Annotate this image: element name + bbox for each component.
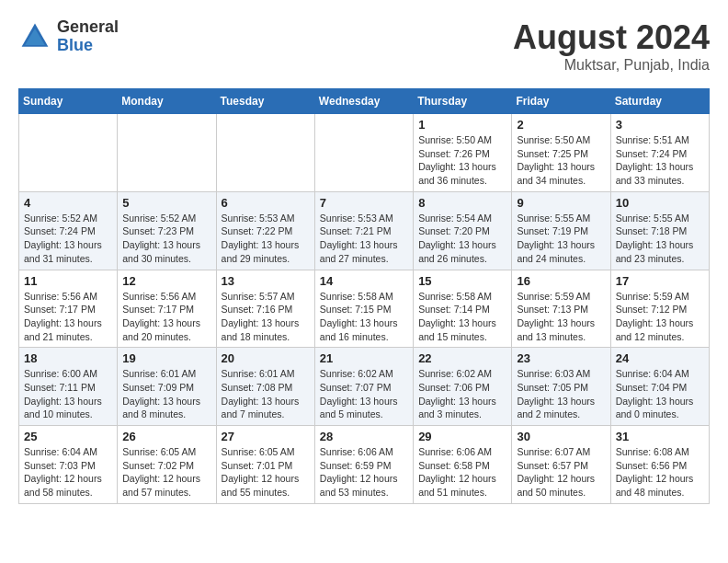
day-number: 26 — [122, 430, 210, 443]
day-number: 20 — [222, 351, 310, 365]
calendar-cell: 20Sunrise: 6:01 AM Sunset: 7:08 PM Dayli… — [216, 348, 314, 426]
day-number: 28 — [320, 430, 408, 443]
day-info: Sunrise: 5:53 AM Sunset: 7:22 PM Dayligh… — [222, 212, 310, 266]
column-header-sunday: Sunday — [19, 89, 118, 114]
day-info: Sunrise: 5:52 AM Sunset: 7:24 PM Dayligh… — [24, 212, 112, 266]
calendar-cell: 9Sunrise: 5:55 AM Sunset: 7:19 PM Daylig… — [512, 191, 610, 270]
day-number: 11 — [24, 274, 112, 288]
calendar-cell — [118, 114, 216, 192]
day-number: 21 — [320, 351, 408, 365]
calendar-week-row: 11Sunrise: 5:56 AM Sunset: 7:17 PM Dayli… — [19, 270, 710, 348]
column-header-monday: Monday — [118, 89, 216, 114]
calendar-cell: 17Sunrise: 5:59 AM Sunset: 7:12 PM Dayli… — [610, 270, 709, 348]
day-number: 9 — [517, 196, 605, 210]
day-info: Sunrise: 6:06 AM Sunset: 6:59 PM Dayligh… — [320, 445, 408, 500]
day-info: Sunrise: 5:57 AM Sunset: 7:16 PM Dayligh… — [222, 290, 310, 344]
day-info: Sunrise: 5:56 AM Sunset: 7:17 PM Dayligh… — [24, 290, 112, 344]
month-year-title: August 2024 — [513, 18, 710, 57]
calendar-cell — [216, 114, 314, 192]
calendar-cell: 11Sunrise: 5:56 AM Sunset: 7:17 PM Dayli… — [19, 270, 118, 348]
day-number: 29 — [418, 430, 506, 443]
calendar-cell: 30Sunrise: 6:07 AM Sunset: 6:57 PM Dayli… — [512, 426, 610, 504]
day-info: Sunrise: 5:53 AM Sunset: 7:21 PM Dayligh… — [320, 212, 408, 266]
column-header-saturday: Saturday — [610, 89, 709, 114]
day-info: Sunrise: 6:02 AM Sunset: 7:06 PM Dayligh… — [418, 367, 506, 421]
calendar-cell: 29Sunrise: 6:06 AM Sunset: 6:58 PM Dayli… — [414, 426, 512, 504]
calendar-header-row: SundayMondayTuesdayWednesdayThursdayFrid… — [19, 89, 710, 114]
day-number: 17 — [616, 274, 704, 288]
calendar-cell: 21Sunrise: 6:02 AM Sunset: 7:07 PM Dayli… — [314, 348, 413, 426]
calendar-cell: 16Sunrise: 5:59 AM Sunset: 7:13 PM Dayli… — [512, 270, 610, 348]
day-info: Sunrise: 6:05 AM Sunset: 7:02 PM Dayligh… — [122, 445, 210, 500]
day-number: 15 — [418, 274, 506, 288]
day-number: 19 — [122, 351, 210, 365]
day-info: Sunrise: 6:04 AM Sunset: 7:03 PM Dayligh… — [24, 445, 112, 500]
day-number: 22 — [418, 351, 506, 365]
calendar-cell: 27Sunrise: 6:05 AM Sunset: 7:01 PM Dayli… — [216, 426, 314, 504]
day-number: 18 — [24, 351, 112, 365]
day-info: Sunrise: 6:05 AM Sunset: 7:01 PM Dayligh… — [222, 445, 310, 500]
day-number: 8 — [418, 196, 506, 210]
calendar-cell: 1Sunrise: 5:50 AM Sunset: 7:26 PM Daylig… — [414, 114, 512, 192]
calendar-week-row: 18Sunrise: 6:00 AM Sunset: 7:11 PM Dayli… — [19, 348, 710, 426]
day-info: Sunrise: 5:55 AM Sunset: 7:18 PM Dayligh… — [616, 212, 704, 266]
day-info: Sunrise: 5:56 AM Sunset: 7:17 PM Dayligh… — [122, 290, 210, 344]
logo: General Blue — [18, 18, 119, 55]
day-number: 5 — [122, 196, 210, 210]
calendar-week-row: 25Sunrise: 6:04 AM Sunset: 7:03 PM Dayli… — [19, 426, 710, 504]
day-info: Sunrise: 6:04 AM Sunset: 7:04 PM Dayligh… — [616, 367, 704, 421]
column-header-thursday: Thursday — [414, 89, 512, 114]
calendar-cell: 23Sunrise: 6:03 AM Sunset: 7:05 PM Dayli… — [512, 348, 610, 426]
calendar-table: SundayMondayTuesdayWednesdayThursdayFrid… — [18, 88, 710, 504]
logo-general: General — [57, 18, 119, 37]
column-header-tuesday: Tuesday — [216, 89, 314, 114]
calendar-week-row: 1Sunrise: 5:50 AM Sunset: 7:26 PM Daylig… — [19, 114, 710, 192]
calendar-cell — [19, 114, 118, 192]
calendar-cell: 31Sunrise: 6:08 AM Sunset: 6:56 PM Dayli… — [610, 426, 709, 504]
calendar-cell: 28Sunrise: 6:06 AM Sunset: 6:59 PM Dayli… — [314, 426, 413, 504]
day-info: Sunrise: 6:00 AM Sunset: 7:11 PM Dayligh… — [24, 367, 112, 421]
day-number: 27 — [222, 430, 310, 443]
day-info: Sunrise: 5:58 AM Sunset: 7:14 PM Dayligh… — [418, 290, 506, 344]
calendar-cell: 13Sunrise: 5:57 AM Sunset: 7:16 PM Dayli… — [216, 270, 314, 348]
day-info: Sunrise: 6:01 AM Sunset: 7:08 PM Dayligh… — [222, 367, 310, 421]
day-number: 7 — [320, 196, 408, 210]
column-header-friday: Friday — [512, 89, 610, 114]
calendar-cell: 8Sunrise: 5:54 AM Sunset: 7:20 PM Daylig… — [414, 191, 512, 270]
day-info: Sunrise: 6:08 AM Sunset: 6:56 PM Dayligh… — [616, 445, 704, 500]
calendar-cell: 26Sunrise: 6:05 AM Sunset: 7:02 PM Dayli… — [118, 426, 216, 504]
calendar-cell: 19Sunrise: 6:01 AM Sunset: 7:09 PM Dayli… — [118, 348, 216, 426]
day-number: 14 — [320, 274, 408, 288]
day-info: Sunrise: 5:59 AM Sunset: 7:12 PM Dayligh… — [616, 290, 704, 344]
calendar-cell: 5Sunrise: 5:52 AM Sunset: 7:23 PM Daylig… — [118, 191, 216, 270]
day-info: Sunrise: 5:51 AM Sunset: 7:24 PM Dayligh… — [616, 133, 704, 188]
calendar-cell: 12Sunrise: 5:56 AM Sunset: 7:17 PM Dayli… — [118, 270, 216, 348]
day-info: Sunrise: 5:50 AM Sunset: 7:26 PM Dayligh… — [418, 133, 506, 188]
day-number: 24 — [616, 351, 704, 365]
calendar-cell: 22Sunrise: 6:02 AM Sunset: 7:06 PM Dayli… — [414, 348, 512, 426]
day-info: Sunrise: 6:03 AM Sunset: 7:05 PM Dayligh… — [517, 367, 605, 421]
calendar-cell: 6Sunrise: 5:53 AM Sunset: 7:22 PM Daylig… — [216, 191, 314, 270]
day-number: 2 — [517, 118, 605, 132]
calendar-cell: 3Sunrise: 5:51 AM Sunset: 7:24 PM Daylig… — [610, 114, 709, 192]
calendar-cell: 14Sunrise: 5:58 AM Sunset: 7:15 PM Dayli… — [314, 270, 413, 348]
day-number: 31 — [616, 430, 704, 443]
page-header: General Blue August 2024 Muktsar, Punjab… — [18, 18, 710, 74]
day-info: Sunrise: 6:01 AM Sunset: 7:09 PM Dayligh… — [122, 367, 210, 421]
logo-icon — [18, 20, 51, 53]
day-info: Sunrise: 5:50 AM Sunset: 7:25 PM Dayligh… — [517, 133, 605, 188]
logo-blue: Blue — [57, 37, 119, 55]
day-number: 16 — [517, 274, 605, 288]
day-number: 1 — [418, 118, 506, 132]
location-subtitle: Muktsar, Punjab, India — [513, 57, 710, 74]
day-number: 3 — [616, 118, 704, 132]
calendar-cell: 25Sunrise: 6:04 AM Sunset: 7:03 PM Dayli… — [19, 426, 118, 504]
calendar-cell: 7Sunrise: 5:53 AM Sunset: 7:21 PM Daylig… — [314, 191, 413, 270]
title-block: August 2024 Muktsar, Punjab, India — [513, 18, 710, 74]
day-info: Sunrise: 5:55 AM Sunset: 7:19 PM Dayligh… — [517, 212, 605, 266]
day-number: 12 — [122, 274, 210, 288]
day-info: Sunrise: 6:07 AM Sunset: 6:57 PM Dayligh… — [517, 445, 605, 500]
day-number: 13 — [222, 274, 310, 288]
day-number: 4 — [24, 196, 112, 210]
day-number: 6 — [222, 196, 310, 210]
